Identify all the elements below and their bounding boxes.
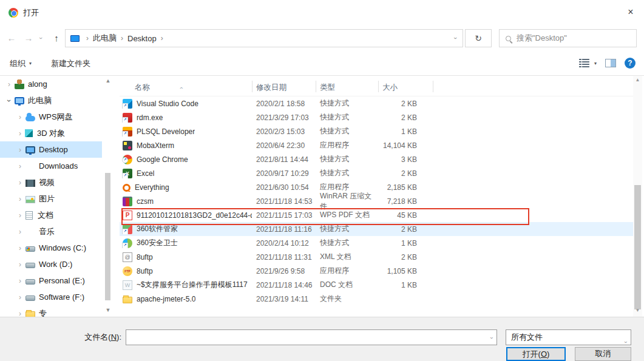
file-row[interactable]: rdm.exe 2021/3/29 17:03 快捷方式 2 KB <box>120 110 633 124</box>
file-row[interactable]: PLSQL Developer 2020/2/3 15:03 快捷方式 1 KB <box>120 124 633 138</box>
tree-expander-icon[interactable]: › <box>16 113 24 121</box>
cancel-button[interactable]: 取消 <box>575 347 631 361</box>
sidebar-item-此电脑[interactable]: › 此电脑 <box>0 92 102 109</box>
organize-dropdown-icon: ▾ <box>29 61 32 66</box>
scroll-up-icon[interactable]: ▲ <box>633 77 642 85</box>
file-row[interactable]: Visual Studio Code 2020/2/1 18:58 快捷方式 2… <box>120 96 633 110</box>
tree-expander-icon[interactable]: › <box>16 244 24 252</box>
tree-expander-icon[interactable]: › <box>16 146 24 154</box>
details-view-icon[interactable] <box>579 59 589 67</box>
file-size: 7,218 KB <box>378 197 433 206</box>
tree-expander-icon[interactable]: › <box>16 178 24 187</box>
tree-expander-icon[interactable]: › <box>16 129 24 138</box>
column-divider[interactable] <box>316 81 316 92</box>
file-type: 快捷方式 <box>316 168 378 178</box>
user-icon <box>15 79 24 89</box>
filetype-select[interactable]: 所有文件 › <box>506 329 631 345</box>
sidebar-item-label: WPS网盘 <box>39 112 73 123</box>
file-row[interactable]: czsm 2021/11/18 14:53 WinRAR 压缩文件 7,218 … <box>120 194 633 208</box>
sidebar-item-图片[interactable]: › 图片 <box>0 191 102 207</box>
refresh-button[interactable]: ↻ <box>465 29 492 47</box>
file-size: 2 KB <box>378 253 433 261</box>
file-row[interactable]: Excel 2020/9/17 10:29 快捷方式 2 KB <box>120 166 633 180</box>
tree-expander-icon[interactable]: › <box>16 195 24 203</box>
file-rows: Visual Studio Code 2020/2/1 18:58 快捷方式 2… <box>120 96 633 306</box>
sidebar-item-label: 此电脑 <box>28 95 52 106</box>
tree-expander-icon[interactable]: › <box>5 96 13 105</box>
tree-expander-icon[interactable]: › <box>16 277 24 285</box>
organize-button[interactable]: 组织▾ <box>10 52 32 75</box>
tree-expander-icon[interactable]: › <box>16 211 24 220</box>
history-dropdown-icon[interactable]: › <box>35 29 46 47</box>
scroll-up-icon[interactable]: ▲ <box>103 78 113 86</box>
file-size: 1 KB <box>378 239 433 248</box>
sidebar-scrollbar[interactable]: ▲ ▼ <box>103 78 113 315</box>
column-divider[interactable] <box>252 81 253 92</box>
preview-pane-icon[interactable] <box>605 59 616 67</box>
moba-icon <box>123 141 132 150</box>
tree-expander-icon[interactable]: › <box>16 228 24 236</box>
breadcrumb-this-pc[interactable]: 此电脑 <box>93 33 117 44</box>
sidebar-item-software-f-[interactable]: › Software (F:) <box>0 289 102 305</box>
file-name: Google Chrome <box>137 155 188 164</box>
file-name: Excel <box>137 169 154 178</box>
sidebar-item-label: 专 <box>39 308 47 317</box>
file-row[interactable]: 8uftp 2021/11/18 11:31 XML 文档 2 KB <box>120 250 633 264</box>
column-header-date[interactable]: 修改日期 <box>252 76 316 96</box>
file-row[interactable]: 360安全卫士 2020/2/14 10:12 快捷方式 1 KB <box>120 236 633 250</box>
new-folder-button[interactable]: 新建文件夹 <box>51 52 90 75</box>
filename-input[interactable]: › <box>126 329 497 345</box>
view-dropdown-icon[interactable]: ▾ <box>594 61 597 66</box>
filename-dropdown-icon[interactable]: › <box>490 335 492 341</box>
file-row[interactable]: Google Chrome 2021/8/11 14:44 快捷方式 3 KB <box>120 152 633 166</box>
sidebar-item-personal-e-[interactable]: › Personal (E:) <box>0 272 102 289</box>
file-row[interactable]: 360软件管家 2021/11/18 11:16 快捷方式 2 KB <box>120 222 633 236</box>
file-row[interactable]: apache-jmeter-5.0 2021/3/19 14:11 文件夹 <box>120 292 633 306</box>
breadcrumb-desktop[interactable]: Desktop <box>127 34 157 43</box>
scroll-down-icon[interactable]: ▼ <box>103 307 113 315</box>
sidebar-item-work-d-[interactable]: › Work (D:) <box>0 256 102 272</box>
sidebar-item-专[interactable]: › 专 <box>0 305 102 317</box>
close-icon[interactable]: × <box>623 5 638 19</box>
column-header-size[interactable]: 大小 <box>378 76 433 96</box>
file-list-scrollbar[interactable]: ▲ ▼ <box>633 76 642 317</box>
tree-expander-icon[interactable]: › <box>16 162 24 170</box>
column-divider[interactable] <box>378 81 379 92</box>
sidebar-item-音乐[interactable]: › 音乐 <box>0 223 102 240</box>
sidebar-item-desktop[interactable]: › Desktop <box>0 141 102 158</box>
file-name: 911201012101813GD2_d0e12c44-daf... <box>137 211 252 220</box>
sidebar-item-wps网盘[interactable]: › WPS网盘 <box>0 109 102 125</box>
breadcrumb-separator: › <box>121 34 123 42</box>
file-name: apache-jmeter-5.0 <box>137 295 195 303</box>
help-icon[interactable]: ? <box>625 58 636 69</box>
address-bar[interactable]: › 此电脑 › Desktop › › <box>65 29 463 47</box>
column-header-name[interactable]: › 名称 <box>120 76 252 96</box>
back-button[interactable]: ← <box>4 29 19 47</box>
sidebar-item-3d-对象[interactable]: › 3D 对象 <box>0 125 102 141</box>
file-list-scrollbar-thumb[interactable] <box>634 185 641 309</box>
open-button[interactable]: 打开(O) <box>506 347 566 361</box>
file-date: 2020/2/3 15:03 <box>252 127 316 136</box>
filetype-selected: 所有文件 <box>511 332 543 342</box>
address-dropdown-icon[interactable]: › <box>448 30 463 47</box>
sidebar-item-视频[interactable]: › 视频 <box>0 174 102 191</box>
sidebar-item-文档[interactable]: › 文档 <box>0 207 102 223</box>
sidebar-scrollbar-thumb[interactable] <box>105 173 110 300</box>
tree-expander-icon[interactable]: › <box>16 309 24 317</box>
tree-expander-icon[interactable]: › <box>16 293 24 302</box>
file-row[interactable]: MobaXterm 2020/6/4 22:30 应用程序 14,104 KB <box>120 138 633 152</box>
file-row[interactable]: ~$支撑服务平台操作手册模板1117 2021/11/18 14:46 DOC … <box>120 278 633 292</box>
sidebar-item-downloads[interactable]: › Downloads <box>0 158 102 174</box>
tree-expander-icon[interactable]: › <box>5 80 13 89</box>
column-divider[interactable] <box>433 81 433 92</box>
up-button[interactable]: ↑ <box>49 29 64 47</box>
tree-expander-icon[interactable]: › <box>16 260 24 269</box>
sidebar-item-windows-c-[interactable]: › Windows (C:) <box>0 240 102 256</box>
column-header-type[interactable]: 类型 <box>316 76 378 96</box>
file-row[interactable]: 8uftp 2021/9/26 9:58 应用程序 1,105 KB <box>120 264 633 278</box>
search-input[interactable]: 搜索"Desktop" <box>499 29 637 47</box>
file-size: 1 KB <box>378 281 433 289</box>
file-row[interactable]: 911201012101813GD2_d0e12c44-daf... 2021/… <box>120 208 633 222</box>
sidebar-item-along[interactable]: › along <box>0 76 102 92</box>
scroll-down-icon[interactable]: ▼ <box>633 308 642 315</box>
